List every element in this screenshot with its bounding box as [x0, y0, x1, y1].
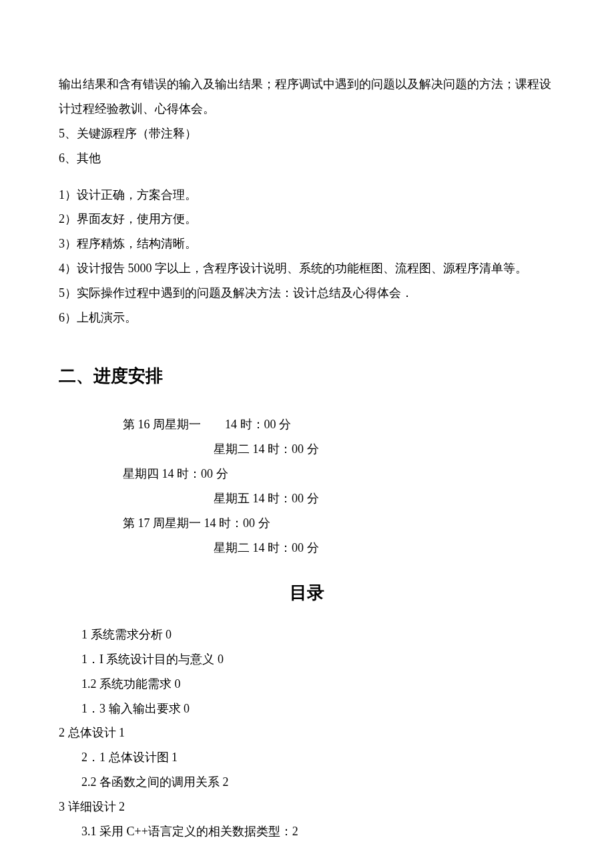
- requirements-list: 1）设计正确，方案合理。2）界面友好，使用方便。3）程序精炼，结构清晰。4）设计…: [59, 183, 555, 330]
- toc-block: 1 系统需求分析 01．I 系统设计目的与意义 01.2 系统功能需求 01．3…: [59, 622, 555, 844]
- schedule-line: 星期五 14 时：00 分: [214, 486, 555, 511]
- toc-item: 2.2 各函数之间的调用关系 2: [81, 770, 555, 795]
- requirement-item: 1）设计正确，方案合理。: [59, 183, 555, 207]
- schedule-line: 星期二 14 时：00 分: [214, 536, 555, 560]
- toc-item: 1．3 输入输出要求 0: [81, 697, 555, 721]
- requirement-item: 4）设计报告 5000 字以上，含程序设计说明、系统的功能框图、流程图、源程序清…: [59, 256, 555, 281]
- toc-item: 3.1 采用 C++语言定义的相关数据类型：2: [81, 819, 555, 844]
- requirement-item: 5）实际操作过程中遇到的问题及解决方法：设计总结及心得体会．: [59, 281, 555, 306]
- schedule-line: 第 16 周星期一 14 时：00 分: [123, 412, 555, 437]
- schedule-block: 第 16 周星期一 14 时：00 分星期二 14 时：00 分星期四 14 时…: [59, 412, 555, 560]
- document-page: { "intro": { "p1": "输出结果和含有错误的输入及输出结果；程序…: [0, 0, 614, 868]
- toc-item: 1．I 系统设计目的与意义 0: [81, 647, 555, 672]
- toc-item: 1 系统需求分析 0: [81, 622, 555, 647]
- spacer: [59, 171, 555, 183]
- toc-item: 1.2 系统功能需求 0: [81, 672, 555, 697]
- requirement-item: 3）程序精炼，结构清晰。: [59, 232, 555, 256]
- intro-paragraph-2: 5、关键源程序（带注释）: [59, 121, 555, 146]
- schedule-line: 星期二 14 时：00 分: [214, 437, 555, 462]
- toc-item: 2．1 总体设计图 1: [81, 745, 555, 770]
- requirement-item: 6）上机演示。: [59, 306, 555, 330]
- toc-item: 2 总体设计 1: [59, 721, 555, 745]
- intro-paragraph-3: 6、其他: [59, 146, 555, 171]
- intro-paragraph-1: 输出结果和含有错误的输入及输出结果；程序调试中遇到的问题以及解决问题的方法；课程…: [59, 72, 555, 121]
- section-heading-schedule: 二、进度安排: [59, 358, 555, 394]
- requirement-item: 2）界面友好，使用方便。: [59, 207, 555, 232]
- schedule-line: 第 17 周星期一 14 时：00 分: [123, 511, 555, 536]
- toc-item: 3 详细设计 2: [59, 795, 555, 819]
- schedule-line: 星期四 14 时：00 分: [123, 462, 555, 486]
- toc-title: 目录: [59, 575, 555, 610]
